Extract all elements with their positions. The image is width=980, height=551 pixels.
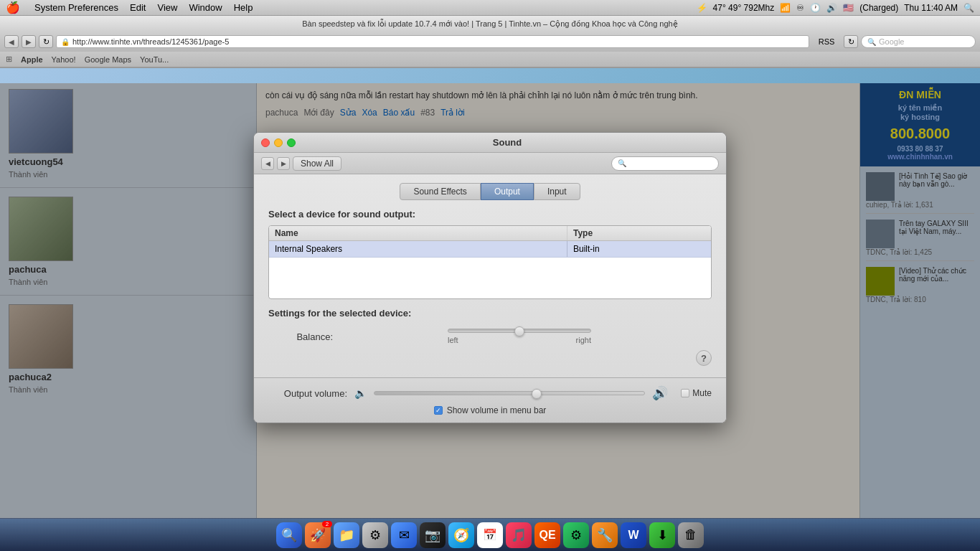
clock-icon: 🕐 xyxy=(810,3,821,13)
balance-label: Balance: xyxy=(283,331,333,342)
device-name: Internal Speakers xyxy=(269,241,567,257)
volume-menubar-icon[interactable]: 🔊 xyxy=(826,3,837,13)
minimize-button[interactable] xyxy=(274,138,283,147)
dock-finder[interactable]: 🔍 xyxy=(276,522,302,548)
dock-tool2[interactable]: 🔧 xyxy=(592,522,618,548)
browser-chrome: Bàn speedstep và fix lỗi update 10.7.4 m… xyxy=(0,16,980,68)
balance-labels: left right xyxy=(448,336,591,344)
dialog-search[interactable]: 🔍 xyxy=(611,156,719,171)
cpu-temp: 47° 49° 792Mhz xyxy=(713,3,775,13)
dock-download[interactable]: ⬇ xyxy=(649,522,675,548)
balance-left-label: left xyxy=(448,336,458,344)
menu-view[interactable]: View xyxy=(157,2,177,13)
tab-input[interactable]: Input xyxy=(534,183,580,200)
dock-settings[interactable]: ⚙ xyxy=(362,522,388,548)
menu-help[interactable]: Help xyxy=(234,2,253,13)
search-placeholder: Google xyxy=(879,37,904,46)
balance-row: Balance: left right xyxy=(268,326,712,347)
reload-button[interactable]: ↻ xyxy=(39,35,53,48)
output-volume-row: Output volume: 🔈 🔊 Mute xyxy=(268,385,712,401)
maximize-button[interactable] xyxy=(287,138,296,147)
browser-toolbar: ◀ ▶ ↻ 🔒 http://www.tinhte.vn/threads/124… xyxy=(0,32,980,52)
menu-edit[interactable]: Edit xyxy=(130,2,146,13)
tab-sound-effects[interactable]: Sound Effects xyxy=(400,183,481,200)
dialog-content: Select a device for sound output: Name T… xyxy=(254,200,726,377)
dialog-bottom: Output volume: 🔈 🔊 Mute ✓ Show volume in… xyxy=(254,377,726,423)
bookmark-apple[interactable]: Apple xyxy=(21,55,43,64)
section-title: Select a device for sound output: xyxy=(268,209,712,220)
menu-bar: 🍎 System Preferences Edit View Window He… xyxy=(0,0,980,16)
volume-slider-thumb[interactable] xyxy=(532,389,542,399)
dock-badge-launchpad: 2 xyxy=(322,521,332,527)
battery-icon: ⚡ xyxy=(697,3,707,13)
url-bar[interactable]: 🔒 http://www.tinhte.vn/threads/1245361/p… xyxy=(56,35,809,48)
show-all-button[interactable]: Show All xyxy=(293,156,341,171)
back-button[interactable]: ◀ xyxy=(4,35,19,48)
dock-safari[interactable]: 🧭 xyxy=(448,522,474,548)
dock-word[interactable]: W xyxy=(621,522,646,548)
device-table-body: Internal Speakers Built-in xyxy=(269,241,711,298)
page-title: Bàn speedstep và fix lỗi update 10.7.4 m… xyxy=(302,19,677,29)
menu-window[interactable]: Window xyxy=(189,2,222,13)
search-bar[interactable]: 🔍 Google xyxy=(861,35,976,48)
help-button[interactable]: ? xyxy=(696,350,712,366)
balance-slider-thumb[interactable] xyxy=(514,326,524,336)
show-volume-row: ✓ Show volume in menu bar xyxy=(268,405,712,415)
volume-low-icon: 🔈 xyxy=(354,387,367,399)
dialog-toolbar: ◀ ▶ Show All 🔍 xyxy=(254,153,726,174)
device-table-header: Name Type xyxy=(269,226,711,241)
bookmark-youtube[interactable]: YouTu... xyxy=(140,55,169,64)
page-content: vietcuong54 Thành viên pachuca Thành viê… xyxy=(0,83,980,518)
mute-label: Mute xyxy=(692,388,712,398)
wifi-icon: 📶 xyxy=(780,3,791,13)
dock-launchpad[interactable]: 🚀 2 xyxy=(305,522,331,548)
bookmark-yahoo[interactable]: Yahoo! xyxy=(52,55,76,64)
bookmark-googlemaps[interactable]: Google Maps xyxy=(85,55,131,64)
settings-title: Settings for the selected device: xyxy=(268,308,712,319)
dock-trash[interactable]: 🗑 xyxy=(678,522,704,548)
device-table-empty xyxy=(269,258,711,297)
battery-status: (Charged) xyxy=(859,3,898,13)
menu-system-preferences[interactable]: System Preferences xyxy=(34,2,118,13)
dialog-forward-button[interactable]: ▶ xyxy=(277,157,290,170)
clock-time: Thu 11:40 AM xyxy=(904,3,958,13)
traffic-lights xyxy=(261,138,296,147)
bluetooth-icon: ♾ xyxy=(796,3,804,13)
sound-dialog: Sound ◀ ▶ Show All 🔍 Sound Effects Outpu… xyxy=(253,132,727,423)
mute-checkbox[interactable] xyxy=(681,389,689,397)
balance-slider: left right xyxy=(341,329,697,344)
balance-slider-track[interactable] xyxy=(448,329,591,333)
dock-tool1[interactable]: ⚙ xyxy=(563,522,589,548)
search-icon: 🔍 xyxy=(867,38,876,46)
dock-game[interactable]: QE xyxy=(534,522,560,548)
dialog-tabs: Sound Effects Output Input xyxy=(254,174,726,200)
tab-output[interactable]: Output xyxy=(481,183,534,200)
dock-calendar[interactable]: 📅 xyxy=(477,522,503,548)
device-type: Built-in xyxy=(567,241,711,257)
rss-button[interactable]: RSS xyxy=(812,37,841,46)
dialog-back-button[interactable]: ◀ xyxy=(261,157,274,170)
mute-container: Mute xyxy=(681,388,712,398)
dock-music[interactable]: 🎵 xyxy=(506,522,532,548)
flag-icon: 🇺🇸 xyxy=(843,3,854,13)
spotlight-icon[interactable]: 🔍 xyxy=(963,3,974,13)
show-volume-label: Show volume in menu bar xyxy=(447,405,547,415)
browser: Bàn speedstep và fix lỗi update 10.7.4 m… xyxy=(0,16,980,551)
dock-files[interactable]: 📁 xyxy=(334,522,359,548)
reload-button-2[interactable]: ↻ xyxy=(844,35,858,48)
volume-high-icon: 🔊 xyxy=(652,385,668,401)
dock-mail[interactable]: ✉ xyxy=(391,522,417,548)
dock-camera[interactable]: 📷 xyxy=(420,522,446,548)
bookmarks-bar: ⊞ Apple Yahoo! Google Maps YouTu... xyxy=(0,52,980,67)
col-header-name: Name xyxy=(269,226,567,240)
menu-bar-right: ⚡ 47° 49° 792Mhz 📶 ♾ 🕐 🔊 🇺🇸 (Charged) Th… xyxy=(697,3,974,13)
forward-button[interactable]: ▶ xyxy=(22,35,36,48)
help-row: ? xyxy=(268,347,712,369)
apple-menu[interactable]: 🍎 xyxy=(6,1,20,14)
device-table: Name Type Internal Speakers Built-in xyxy=(268,225,712,299)
dialog-search-icon: 🔍 xyxy=(618,159,626,167)
close-button[interactable] xyxy=(261,138,270,147)
volume-slider-track[interactable] xyxy=(374,391,645,395)
device-row[interactable]: Internal Speakers Built-in xyxy=(269,241,711,258)
show-volume-checkbox[interactable]: ✓ xyxy=(434,406,443,415)
